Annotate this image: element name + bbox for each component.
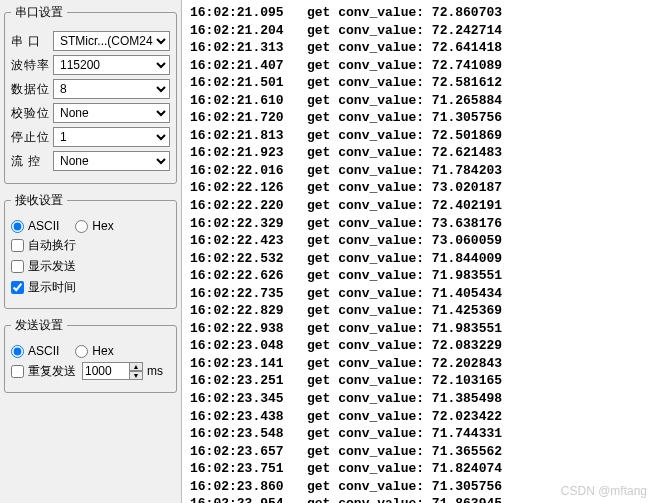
log-line: 16:02:21.923 get conv_value: 72.621483 [190, 144, 647, 162]
log-line: 16:02:23.048 get conv_value: 72.083229 [190, 337, 647, 355]
port-select[interactable]: STMicr...(COM24 [53, 31, 170, 51]
log-line: 16:02:22.016 get conv_value: 71.784203 [190, 162, 647, 180]
flow-label: 流 控 [11, 153, 53, 170]
log-line: 16:02:23.548 get conv_value: 71.744331 [190, 425, 647, 443]
show-send-check[interactable]: 显示发送 [11, 258, 76, 275]
log-line: 16:02:21.204 get conv_value: 72.242714 [190, 22, 647, 40]
log-line: 16:02:23.438 get conv_value: 72.023422 [190, 408, 647, 426]
log-line: 16:02:22.626 get conv_value: 71.983551 [190, 267, 647, 285]
log-line: 16:02:23.251 get conv_value: 72.103165 [190, 372, 647, 390]
log-line: 16:02:22.329 get conv_value: 73.638176 [190, 215, 647, 233]
log-line: 16:02:23.751 get conv_value: 71.824074 [190, 460, 647, 478]
repeat-send-check[interactable]: 重复发送 [11, 363, 76, 380]
log-line: 16:02:21.407 get conv_value: 72.741089 [190, 57, 647, 75]
log-line: 16:02:21.501 get conv_value: 72.581612 [190, 74, 647, 92]
receive-settings-legend: 接收设置 [11, 192, 67, 209]
recv-hex-radio[interactable]: Hex [75, 219, 113, 233]
parity-label: 校验位 [11, 105, 53, 122]
parity-select[interactable]: None [53, 103, 170, 123]
databits-select[interactable]: 8 [53, 79, 170, 99]
show-time-check[interactable]: 显示时间 [11, 279, 76, 296]
auto-wrap-check[interactable]: 自动换行 [11, 237, 76, 254]
log-line: 16:02:22.938 get conv_value: 71.983551 [190, 320, 647, 338]
log-line: 16:02:21.095 get conv_value: 72.860703 [190, 4, 647, 22]
recv-ascii-radio[interactable]: ASCII [11, 219, 59, 233]
send-settings-group: 发送设置 ASCII Hex 重复发送 ▲ ▼ ms [4, 317, 177, 393]
log-line: 16:02:21.313 get conv_value: 72.641418 [190, 39, 647, 57]
log-line: 16:02:22.532 get conv_value: 71.844009 [190, 250, 647, 268]
send-settings-legend: 发送设置 [11, 317, 67, 334]
log-line: 16:02:21.610 get conv_value: 71.265884 [190, 92, 647, 110]
stopbits-select[interactable]: 1 [53, 127, 170, 147]
log-line: 16:02:22.126 get conv_value: 73.020187 [190, 179, 647, 197]
log-line: 16:02:21.720 get conv_value: 71.305756 [190, 109, 647, 127]
log-line: 16:02:23.345 get conv_value: 71.385498 [190, 390, 647, 408]
serial-settings-legend: 串口设置 [11, 4, 67, 21]
baud-label: 波特率 [11, 57, 53, 74]
log-line: 16:02:23.141 get conv_value: 72.202843 [190, 355, 647, 373]
log-line: 16:02:22.735 get conv_value: 71.405434 [190, 285, 647, 303]
interval-up-button[interactable]: ▲ [129, 362, 143, 371]
repeat-interval-input[interactable] [82, 362, 130, 380]
receive-settings-group: 接收设置 ASCII Hex 自动换行 显示发送 显示时间 [4, 192, 177, 309]
log-line: 16:02:22.829 get conv_value: 71.425369 [190, 302, 647, 320]
send-hex-radio[interactable]: Hex [75, 344, 113, 358]
watermark: CSDN @mftang [561, 483, 647, 499]
serial-settings-group: 串口设置 串 口 STMicr...(COM24 波特率 115200 数据位 … [4, 4, 177, 184]
log-line: 16:02:23.657 get conv_value: 71.365562 [190, 443, 647, 461]
log-line: 16:02:22.220 get conv_value: 72.402191 [190, 197, 647, 215]
interval-down-button[interactable]: ▼ [129, 371, 143, 380]
log-line: 16:02:21.813 get conv_value: 72.501869 [190, 127, 647, 145]
send-ascii-radio[interactable]: ASCII [11, 344, 59, 358]
port-label: 串 口 [11, 33, 53, 50]
log-line: 16:02:22.423 get conv_value: 73.060059 [190, 232, 647, 250]
stopbits-label: 停止位 [11, 129, 53, 146]
databits-label: 数据位 [11, 81, 53, 98]
baud-select[interactable]: 115200 [53, 55, 170, 75]
flow-select[interactable]: None [53, 151, 170, 171]
ms-label: ms [147, 364, 163, 378]
log-output: 16:02:21.095 get conv_value: 72.86070316… [182, 0, 655, 503]
